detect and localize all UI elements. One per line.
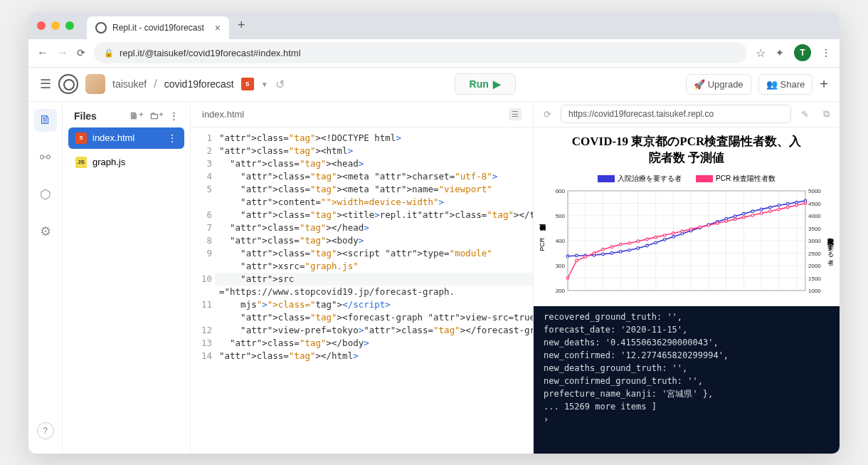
rocket-icon: 🚀 (694, 79, 705, 90)
upgrade-label: Upgrade (708, 79, 743, 90)
help-icon[interactable]: ? (37, 422, 54, 439)
svg-point-63 (795, 201, 798, 204)
preview-url-bar[interactable]: https://covid19forecast.taisukef.repl.co (561, 105, 791, 123)
svg-point-43 (619, 251, 622, 254)
svg-point-44 (628, 249, 631, 252)
packages-icon[interactable]: ⬡ (34, 183, 57, 206)
console-output[interactable]: recovered_ground_truth: '', forecast_dat… (534, 306, 840, 453)
chart-area: PCR 検査陽性者数 現在入院治療を要する者 20030040050060010… (541, 187, 832, 301)
run-label: Run (470, 78, 489, 90)
username-link[interactable]: taisukef (112, 78, 147, 90)
svg-text:4500: 4500 (808, 201, 821, 207)
new-file-icon[interactable]: 🗎⁺ (129, 110, 144, 121)
expand-icon[interactable]: ☰ (509, 108, 522, 120)
svg-point-66 (576, 259, 578, 262)
svg-point-75 (655, 236, 657, 239)
add-button[interactable]: + (820, 76, 828, 93)
svg-point-88 (769, 210, 772, 213)
svg-point-45 (637, 247, 640, 250)
preview-reload-icon[interactable]: ⟳ (539, 106, 555, 122)
svg-point-71 (619, 244, 622, 246)
settings-icon[interactable]: ⚙ (34, 220, 57, 243)
svg-text:1500: 1500 (808, 276, 821, 282)
svg-text:4000: 4000 (808, 213, 821, 219)
svg-text:1000: 1000 (808, 288, 821, 294)
files-rail-icon[interactable]: 🗎 (34, 109, 57, 132)
browser-toolbar: ← → ⟳ 🔒 repl.it/@taisukef/covid19forecas… (28, 39, 840, 68)
bookmark-icon[interactable]: ☆ (756, 46, 766, 60)
preview-url-text: https://covid19forecast.taisukef.repl.co (568, 109, 714, 119)
open-new-tab-icon[interactable]: ⧉ (818, 106, 834, 122)
maximize-window-button[interactable] (65, 21, 74, 30)
svg-point-46 (646, 244, 649, 247)
address-bar[interactable]: 🔒 repl.it/@taisukef/covid19forecast#inde… (94, 42, 747, 63)
preview-toolbar: ⟳ https://covid19forecast.taisukef.repl.… (534, 102, 840, 127)
svg-point-49 (672, 236, 675, 239)
version-control-icon[interactable]: ⚯ (34, 146, 57, 169)
file-item-index[interactable]: 5 index.html ⋮ (68, 127, 184, 149)
share-button[interactable]: 👥 Share (758, 74, 813, 95)
browser-tab[interactable]: Repl.it - covid19forecast × (87, 16, 229, 39)
svg-point-61 (778, 204, 780, 207)
svg-point-85 (743, 216, 746, 219)
svg-point-74 (646, 238, 649, 241)
upgrade-button[interactable]: 🚀 Upgrade (686, 74, 751, 95)
new-folder-icon[interactable]: 🗀⁺ (149, 110, 164, 121)
svg-text:3500: 3500 (808, 226, 821, 232)
chevron-down-icon[interactable]: ▼ (261, 80, 268, 88)
repl-header: ☰ taisukef / covid19forecast 5 ▼ ↺ Run ▶… (28, 68, 840, 102)
svg-point-86 (751, 214, 754, 217)
chrome-menu-icon[interactable]: ⋮ (821, 47, 831, 58)
y2-axis-label: 現在入院治療を要する者 (826, 233, 835, 254)
svg-point-87 (760, 212, 763, 215)
files-menu-icon[interactable]: ⋮ (169, 110, 179, 121)
svg-point-83 (725, 220, 728, 223)
code-editor[interactable]: 12345 6789 10 11 121314 "attr">class="ta… (191, 127, 533, 454)
replit-logo-icon[interactable] (58, 74, 78, 94)
svg-text:2500: 2500 (808, 251, 821, 257)
legend-item-pcr: PCR 検査陽性者数 (696, 174, 776, 184)
file-tree: Files 🗎⁺ 🗀⁺ ⋮ 5 index.html ⋮ JS graph.js (63, 102, 191, 454)
repo-name[interactable]: covid19forecast (164, 78, 234, 90)
user-avatar[interactable] (85, 74, 105, 94)
svg-point-67 (584, 256, 587, 258)
legend-swatch-pink (696, 175, 713, 182)
edit-icon[interactable]: ✎ (797, 106, 813, 122)
run-button[interactable]: Run ▶ (455, 73, 516, 95)
js-file-icon: JS (75, 157, 87, 168)
file-item-graph[interactable]: JS graph.js (68, 152, 184, 173)
svg-text:500: 500 (556, 213, 566, 219)
minimize-window-button[interactable] (51, 21, 60, 30)
play-icon: ▶ (493, 78, 501, 90)
back-button[interactable]: ← (37, 46, 48, 59)
url-text: repl.it/@taisukef/covid19forecast#index.… (120, 48, 301, 58)
svg-point-58 (751, 210, 754, 213)
svg-point-47 (655, 241, 657, 244)
editor-tab-name[interactable]: index.html (202, 109, 244, 120)
breadcrumb-separator: / (154, 78, 157, 90)
svg-point-90 (786, 206, 789, 209)
svg-point-78 (681, 230, 684, 233)
reload-button[interactable]: ⟳ (77, 47, 85, 58)
svg-point-59 (760, 208, 763, 211)
code-content[interactable]: "attr">class="tag"><!DOCTYPE html>"attr"… (219, 127, 533, 454)
tab-title: Repl.it - covid19forecast (112, 23, 204, 33)
svg-point-91 (795, 204, 798, 207)
legend-item-hospitalized: 入院治療を要する者 (598, 174, 682, 184)
svg-point-80 (699, 226, 702, 229)
menu-icon[interactable]: ☰ (40, 76, 51, 92)
close-tab-icon[interactable]: × (215, 22, 221, 33)
svg-point-69 (602, 249, 605, 251)
svg-point-41 (602, 253, 605, 256)
svg-point-84 (734, 218, 736, 221)
chart-title: COVID-19 東京都のPCR検査陽性者数、入 院者数 予測値 (541, 133, 832, 167)
svg-text:300: 300 (556, 263, 566, 269)
new-tab-button[interactable]: + (238, 18, 245, 33)
extensions-icon[interactable]: ✦ (776, 47, 784, 58)
browser-actions: ☆ ✦ T ⋮ (756, 44, 831, 61)
profile-avatar[interactable]: T (794, 44, 811, 61)
file-menu-icon[interactable]: ⋮ (167, 132, 177, 144)
history-icon[interactable]: ↺ (275, 78, 285, 91)
svg-text:5000: 5000 (808, 188, 821, 194)
close-window-button[interactable] (37, 21, 46, 30)
